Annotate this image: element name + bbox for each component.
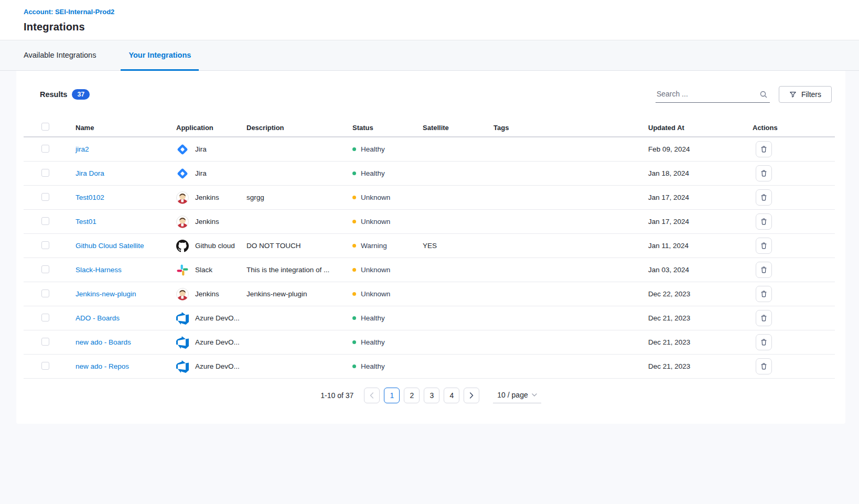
integration-name-link[interactable]: Jira Dora: [76, 169, 104, 177]
select-all-checkbox[interactable]: [41, 123, 49, 131]
integration-name-link[interactable]: jira2: [76, 145, 89, 153]
integration-name-link[interactable]: Test0102: [76, 194, 104, 201]
updated-at-value: Jan 18, 2024: [648, 169, 753, 177]
row-checkbox[interactable]: [41, 265, 49, 273]
satellite-value: YES: [423, 242, 493, 250]
description-text: DO NOT TOUCH: [246, 242, 352, 250]
page-header: Account: SEI-Internal-Prod2 Integrations: [0, 0, 859, 40]
table-row: jira2 Jira Healthy Feb 09, 2024: [24, 137, 835, 162]
row-checkbox[interactable]: [41, 314, 49, 321]
table-row: new ado - Boards Azure DevO... Healthy D…: [24, 330, 835, 355]
application-label: Jenkins: [195, 218, 219, 226]
trash-icon: [760, 218, 768, 226]
jenkins-icon: [176, 216, 189, 228]
status-label: Unknown: [361, 194, 390, 201]
updated-at-value: Jan 17, 2024: [648, 194, 753, 201]
application-label: Azure DevO...: [195, 338, 240, 346]
row-checkbox[interactable]: [41, 338, 49, 346]
row-checkbox[interactable]: [41, 193, 49, 201]
azure-devops-icon: [176, 360, 189, 373]
delete-integration-button[interactable]: [756, 286, 772, 302]
trash-icon: [760, 338, 768, 346]
trash-icon: [760, 169, 768, 177]
trash-icon: [760, 314, 768, 322]
delete-integration-button[interactable]: [756, 334, 772, 350]
status-dot: [352, 364, 356, 368]
row-checkbox[interactable]: [41, 169, 49, 177]
updated-at-value: Dec 22, 2023: [648, 290, 753, 298]
column-header-status: Status: [352, 124, 423, 132]
status-label: Healthy: [361, 338, 385, 346]
trash-icon: [760, 362, 768, 370]
application-label: Jenkins: [195, 194, 219, 201]
integration-name-link[interactable]: Github Cloud Satellite: [76, 242, 144, 250]
delete-integration-button[interactable]: [756, 189, 772, 206]
page-size-select[interactable]: 10 / page: [493, 388, 541, 403]
application-label: Jira: [195, 145, 207, 153]
pagination-next-button[interactable]: [464, 388, 479, 403]
pagination-range-label: 1-10 of 37: [320, 391, 353, 400]
application-label: Github cloud: [195, 242, 235, 250]
trash-icon: [760, 194, 768, 201]
row-checkbox[interactable]: [41, 362, 49, 370]
status-dot: [352, 292, 356, 296]
status-label: Healthy: [361, 169, 385, 177]
delete-integration-button[interactable]: [756, 141, 772, 157]
updated-at-value: Dec 21, 2023: [648, 314, 753, 322]
delete-integration-button[interactable]: [756, 238, 772, 254]
page-size-label: 10 / page: [497, 391, 528, 399]
table-row: new ado - Repos Azure DevO... Healthy De…: [24, 355, 835, 379]
integration-name-link[interactable]: new ado - Boards: [76, 338, 131, 346]
tab-your-integrations[interactable]: Your Integrations: [121, 40, 199, 71]
row-checkbox[interactable]: [41, 217, 49, 225]
table-row: Github Cloud Satellite Github cloud DO N…: [24, 234, 835, 258]
azure-devops-icon: [176, 336, 189, 349]
integration-name-link[interactable]: Jenkins-new-plugin: [76, 290, 136, 298]
pagination-page-4-button[interactable]: 4: [444, 388, 459, 403]
status-dot: [352, 196, 356, 199]
table-row: Jenkins-new-plugin Jenkins Jenkins-new-p…: [24, 282, 835, 306]
delete-integration-button[interactable]: [756, 310, 772, 326]
status-label: Unknown: [361, 218, 390, 226]
delete-integration-button[interactable]: [756, 165, 772, 181]
application-label: Azure DevO...: [195, 362, 240, 370]
delete-integration-button[interactable]: [756, 262, 772, 278]
search-input[interactable]: [656, 86, 770, 103]
filter-funnel-icon: [789, 91, 797, 98]
jira-icon: [176, 167, 189, 180]
integration-name-link[interactable]: new ado - Repos: [76, 362, 129, 370]
delete-integration-button[interactable]: [756, 213, 772, 230]
description-text: Jenkins-new-plugin: [246, 290, 352, 298]
trash-icon: [760, 242, 768, 250]
pagination-page-1-button[interactable]: 1: [384, 388, 400, 403]
row-checkbox[interactable]: [41, 289, 49, 297]
status-dot: [352, 147, 356, 151]
column-header-name: Name: [76, 124, 176, 132]
results-label: Results: [40, 90, 67, 99]
table-row: Jira Dora Jira Healthy Jan 18, 2024: [24, 162, 835, 186]
filters-button-label: Filters: [801, 90, 821, 99]
pagination: 1-10 of 37 1 2 3 4 10 / page: [16, 379, 845, 403]
row-checkbox[interactable]: [41, 145, 49, 153]
status-dot: [352, 340, 356, 344]
integration-name-link[interactable]: Slack-Harness: [76, 266, 122, 274]
pagination-page-3-button[interactable]: 3: [424, 388, 439, 403]
description-text: sgrgg: [246, 194, 352, 201]
delete-integration-button[interactable]: [756, 358, 772, 374]
account-breadcrumb-link[interactable]: Account: SEI-Internal-Prod2: [24, 8, 114, 16]
row-checkbox[interactable]: [41, 241, 49, 249]
tab-available-integrations[interactable]: Available Integrations: [16, 40, 104, 71]
integration-name-link[interactable]: ADO - Boards: [76, 314, 120, 322]
status-label: Healthy: [361, 362, 385, 370]
pagination-prev-button[interactable]: [364, 388, 380, 403]
column-header-application: Application: [176, 124, 246, 132]
status-dot: [352, 316, 356, 320]
updated-at-value: Jan 03, 2024: [648, 266, 753, 274]
azure-devops-icon: [176, 312, 189, 325]
pagination-page-2-button[interactable]: 2: [404, 388, 420, 403]
filters-button[interactable]: Filters: [779, 86, 832, 103]
integration-name-link[interactable]: Test01: [76, 218, 96, 226]
jenkins-icon: [176, 191, 189, 204]
github-icon: [176, 240, 189, 252]
table-row: Slack-Harness Slack This is the integrat…: [24, 258, 835, 282]
